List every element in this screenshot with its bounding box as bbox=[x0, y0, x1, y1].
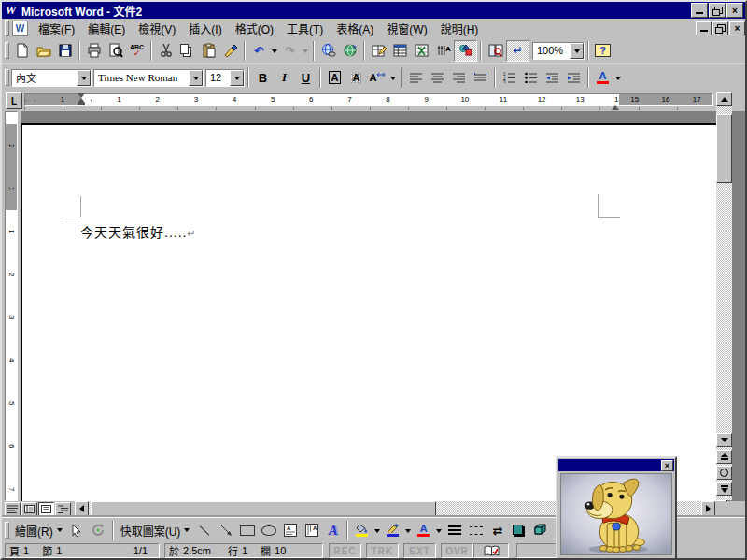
draw-menu-button[interactable]: 繪圖(R) bbox=[11, 521, 66, 540]
increase-indent-button[interactable] bbox=[563, 68, 585, 88]
toolbar-grip[interactable] bbox=[5, 20, 9, 36]
style-dropdown-button[interactable] bbox=[77, 70, 91, 86]
draw-font-color-button[interactable]: A bbox=[413, 521, 434, 540]
print-button[interactable] bbox=[83, 41, 105, 61]
mode-indicator[interactable]: TRK bbox=[366, 543, 399, 558]
document-control-icon[interactable]: W bbox=[12, 21, 28, 36]
undo-button[interactable]: ↶ bbox=[248, 41, 270, 61]
undo-dropdown[interactable] bbox=[270, 41, 279, 61]
assistant-title-bar[interactable]: × bbox=[558, 459, 674, 471]
right-indent-marker[interactable] bbox=[612, 92, 619, 105]
next-page-button[interactable] bbox=[716, 482, 732, 496]
line-button[interactable] bbox=[193, 521, 215, 540]
scroll-left-button[interactable] bbox=[75, 501, 89, 516]
bullets-button[interactable] bbox=[520, 68, 542, 88]
document-text-line[interactable]: 今天天氣很好.....↵ bbox=[80, 222, 196, 241]
redo-dropdown[interactable] bbox=[301, 41, 310, 61]
menu-item[interactable]: 說明(H) bbox=[434, 19, 486, 38]
outline-view-button[interactable] bbox=[55, 502, 71, 516]
document-page[interactable]: 今天天氣很好.....↵ bbox=[21, 123, 727, 501]
left-indent-marker[interactable] bbox=[78, 103, 85, 105]
doc-minimize-button[interactable] bbox=[696, 21, 712, 35]
minimize-button[interactable] bbox=[691, 3, 708, 18]
text-direction-button[interactable]: A bbox=[432, 41, 454, 61]
indent-markers[interactable] bbox=[78, 93, 85, 105]
toolbar-grip[interactable] bbox=[5, 42, 9, 59]
hscroll-thumb[interactable] bbox=[91, 501, 436, 516]
font-color-dropdown[interactable] bbox=[613, 68, 623, 88]
numbering-button[interactable]: 123 bbox=[499, 68, 520, 88]
document-map-button[interactable] bbox=[485, 41, 506, 61]
character-shading-button[interactable]: A bbox=[345, 68, 367, 88]
font-color-button[interactable]: A bbox=[592, 68, 613, 88]
menu-item[interactable]: 格式(O) bbox=[229, 19, 280, 38]
underline-button[interactable]: U bbox=[295, 68, 317, 88]
show-hide-marks-button[interactable]: ↵ bbox=[506, 40, 529, 62]
menu-item[interactable]: 工具(T) bbox=[280, 19, 330, 38]
threed-button[interactable] bbox=[529, 521, 551, 540]
size-combo[interactable]: 12 bbox=[205, 69, 245, 87]
paste-button[interactable] bbox=[198, 41, 219, 61]
bold-button[interactable]: B bbox=[252, 68, 274, 88]
normal-view-button[interactable] bbox=[5, 502, 21, 516]
vscroll-thumb[interactable] bbox=[716, 114, 732, 183]
character-border-button[interactable]: A bbox=[324, 68, 345, 88]
menu-item[interactable]: 檔案(F) bbox=[32, 19, 81, 38]
menu-item[interactable]: 編輯(E) bbox=[81, 19, 132, 38]
arrow-button[interactable] bbox=[215, 521, 236, 540]
insert-hyperlink-button[interactable] bbox=[317, 41, 339, 61]
line-color-button[interactable] bbox=[382, 521, 403, 540]
shadow-button[interactable] bbox=[508, 521, 529, 540]
vertical-text-box-button[interactable]: A bbox=[301, 521, 322, 540]
text-box-button[interactable]: A bbox=[279, 521, 301, 540]
style-combo[interactable]: 內文 bbox=[11, 69, 92, 87]
restore-button[interactable] bbox=[709, 3, 726, 18]
insert-wordart-button[interactable]: A bbox=[322, 521, 344, 540]
mode-indicator[interactable]: EXT bbox=[403, 543, 436, 558]
tab-selector[interactable]: L bbox=[6, 92, 22, 109]
menu-item[interactable]: 視窗(W) bbox=[380, 19, 433, 38]
decrease-indent-button[interactable] bbox=[542, 68, 563, 88]
size-dropdown-button[interactable] bbox=[230, 70, 244, 86]
select-objects-button[interactable] bbox=[66, 521, 88, 540]
copy-button[interactable] bbox=[176, 41, 198, 61]
draw-font-color-dropdown[interactable] bbox=[434, 521, 444, 540]
scroll-up-button[interactable] bbox=[716, 92, 732, 106]
rectangle-button[interactable] bbox=[236, 521, 258, 540]
doc-restore-button[interactable] bbox=[712, 21, 728, 35]
mode-indicator[interactable]: OVR bbox=[441, 543, 473, 558]
menu-item[interactable]: 檢視(V) bbox=[132, 19, 182, 38]
autoshapes-menu-button[interactable]: 快取圖案(U) bbox=[117, 521, 194, 540]
web-layout-view-button[interactable] bbox=[21, 502, 37, 516]
line-color-dropdown[interactable] bbox=[403, 521, 413, 540]
spelling-button[interactable]: ABC ✓ bbox=[126, 41, 148, 61]
print-preview-button[interactable] bbox=[105, 41, 126, 61]
scroll-right-button[interactable] bbox=[701, 501, 715, 516]
office-assistant-window[interactable]: × bbox=[556, 456, 677, 560]
close-button[interactable]: × bbox=[726, 3, 743, 18]
office-assistant-help-button[interactable]: ? bbox=[592, 41, 613, 61]
oval-button[interactable] bbox=[258, 521, 279, 540]
vertical-scrollbar[interactable] bbox=[716, 92, 732, 500]
insert-table-button[interactable] bbox=[389, 41, 411, 61]
align-center-button[interactable] bbox=[427, 68, 448, 88]
redo-button[interactable]: ↷ bbox=[279, 41, 301, 61]
drawing-toggle-button[interactable] bbox=[454, 40, 477, 62]
zoom-dropdown-button[interactable] bbox=[570, 43, 584, 59]
toolbar-grip[interactable] bbox=[5, 522, 9, 539]
select-browse-object-button[interactable] bbox=[716, 466, 732, 480]
spelling-status-panel[interactable] bbox=[473, 543, 509, 558]
assistant-body[interactable] bbox=[560, 473, 672, 555]
italic-button[interactable]: I bbox=[274, 68, 295, 88]
cut-button[interactable] bbox=[155, 41, 176, 61]
horizontal-ruler[interactable]: 1 1234567891011121314 151617 bbox=[24, 93, 713, 106]
menu-item[interactable]: 表格(A) bbox=[330, 19, 380, 38]
character-scaling-button[interactable]: A bbox=[367, 68, 388, 88]
dash-style-button[interactable] bbox=[465, 521, 486, 540]
save-button[interactable] bbox=[54, 41, 76, 61]
fill-color-button[interactable] bbox=[351, 521, 373, 540]
menu-item[interactable]: 插入(I) bbox=[182, 19, 228, 38]
fill-color-dropdown[interactable] bbox=[373, 521, 382, 540]
new-document-button[interactable] bbox=[11, 41, 33, 61]
open-button[interactable] bbox=[33, 41, 54, 61]
